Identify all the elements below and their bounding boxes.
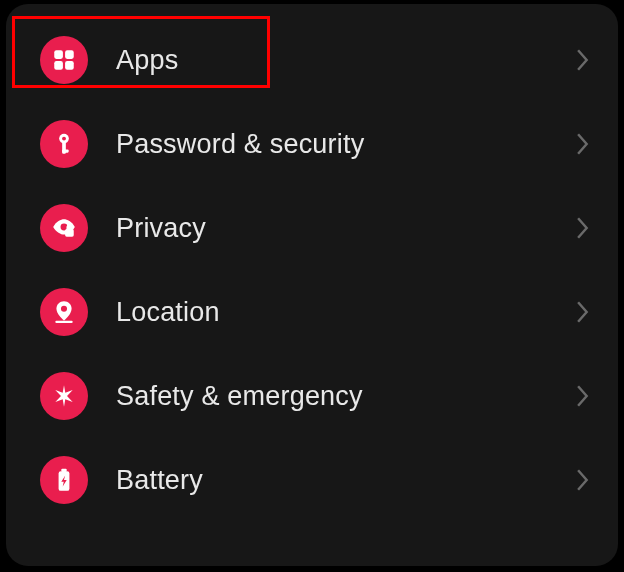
chevron-right-icon — [576, 133, 590, 155]
settings-item-label: Privacy — [116, 213, 576, 244]
svg-rect-13 — [61, 469, 66, 472]
svg-rect-2 — [54, 61, 63, 70]
svg-rect-7 — [62, 149, 69, 152]
apps-icon — [40, 36, 88, 84]
chevron-right-icon — [576, 469, 590, 491]
chevron-right-icon — [576, 301, 590, 323]
chevron-right-icon — [576, 385, 590, 407]
settings-panel: Apps Password & security Privacy — [6, 4, 618, 566]
settings-item-apps[interactable]: Apps — [6, 18, 618, 102]
location-icon — [40, 288, 88, 336]
settings-item-label: Battery — [116, 465, 576, 496]
settings-item-battery[interactable]: Battery — [6, 438, 618, 522]
settings-item-label: Safety & emergency — [116, 381, 576, 412]
asterisk-icon — [40, 372, 88, 420]
settings-item-privacy[interactable]: Privacy — [6, 186, 618, 270]
privacy-icon — [40, 204, 88, 252]
svg-rect-3 — [65, 61, 74, 70]
svg-point-5 — [62, 137, 66, 141]
battery-icon — [40, 456, 88, 504]
svg-rect-1 — [65, 50, 74, 59]
settings-item-password-security[interactable]: Password & security — [6, 102, 618, 186]
settings-item-label: Password & security — [116, 129, 576, 160]
chevron-right-icon — [576, 217, 590, 239]
settings-item-label: Apps — [116, 45, 576, 76]
key-icon — [40, 120, 88, 168]
svg-point-10 — [61, 306, 67, 312]
svg-rect-0 — [54, 50, 63, 59]
settings-item-safety-emergency[interactable]: Safety & emergency — [6, 354, 618, 438]
settings-item-label: Location — [116, 297, 576, 328]
svg-rect-9 — [65, 229, 74, 237]
chevron-right-icon — [576, 49, 590, 71]
svg-rect-11 — [55, 321, 72, 323]
settings-item-location[interactable]: Location — [6, 270, 618, 354]
